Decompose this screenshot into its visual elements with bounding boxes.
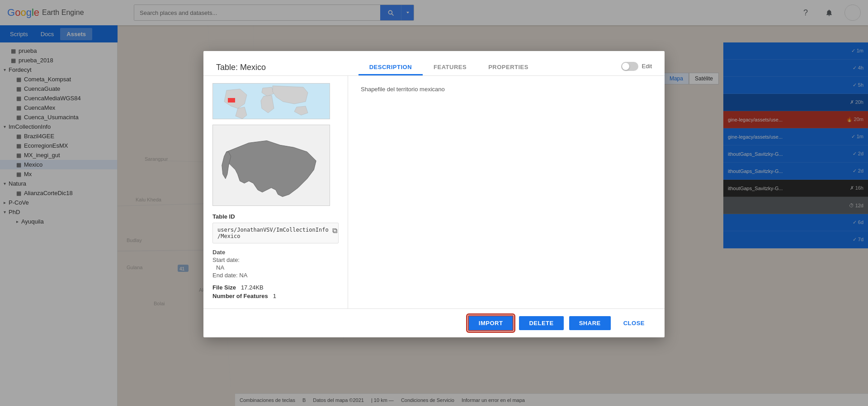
delete-button[interactable]: DELETE — [519, 316, 563, 330]
mexico-shape-svg — [213, 125, 330, 206]
start-date-label: Start date: — [212, 257, 240, 263]
modal-edit-area: Edit — [621, 60, 652, 71]
file-size-value: 17.24KB — [241, 284, 264, 291]
import-button[interactable]: IMPORT — [468, 315, 514, 331]
edit-label: Edit — [642, 63, 652, 70]
start-date-row: Start date: — [212, 257, 339, 263]
num-features-label: Number of Features — [212, 293, 268, 299]
end-date-value: NA — [239, 272, 247, 279]
modal-tabs: DESCRIPTION FEATURES PROPERTIES — [277, 60, 621, 75]
world-map-svg — [213, 84, 330, 119]
modal-title: Table: Mexico — [216, 60, 266, 72]
table-id-label: Table ID — [212, 213, 339, 220]
modal-right-panel: Shapefile del territorio mexicano — [348, 76, 665, 308]
modal-overlay: Table: Mexico DESCRIPTION FEATURES PROPE… — [0, 0, 868, 406]
tab-properties[interactable]: PROPERTIES — [477, 60, 539, 75]
start-date-value: NA — [212, 264, 339, 271]
copy-table-id-button[interactable]: ⧉ — [332, 227, 337, 235]
share-button[interactable]: SHARE — [569, 316, 611, 330]
modal-footer: IMPORT DELETE SHARE CLOSE — [203, 308, 665, 337]
modal-body: Table ID users/JonathanVSV/ImCollectionI… — [203, 76, 665, 308]
modal-dialog: Table: Mexico DESCRIPTION FEATURES PROPE… — [203, 51, 665, 337]
date-label: Date — [212, 249, 339, 256]
modal-left-panel: Table ID users/JonathanVSV/ImCollectionI… — [203, 76, 348, 308]
table-id-value: users/JonathanVSV/ImCollectionInfo/Mexic… — [217, 227, 329, 239]
table-id-box: users/JonathanVSV/ImCollectionInfo/Mexic… — [212, 223, 339, 243]
date-section: Date Start date: NA End date: NA — [212, 249, 339, 279]
file-size-label: File Size — [212, 284, 236, 291]
world-map-thumbnail — [212, 83, 330, 119]
num-features-value: 1 — [273, 293, 276, 299]
mexico-detail-map — [212, 125, 330, 206]
num-features-row: Number of Features 1 — [212, 293, 339, 299]
edit-toggle[interactable] — [621, 62, 638, 71]
tab-features[interactable]: FEATURES — [423, 60, 477, 75]
svg-rect-27 — [228, 98, 235, 103]
end-date-label: End date: — [212, 272, 238, 279]
modal-header: Table: Mexico DESCRIPTION FEATURES PROPE… — [203, 51, 665, 75]
description-text: Shapefile del territorio mexicano — [361, 85, 652, 94]
file-size-row: File Size 17.24KB — [212, 284, 339, 291]
tab-description[interactable]: DESCRIPTION — [359, 60, 423, 75]
close-button[interactable]: CLOSE — [616, 316, 652, 330]
end-date-row: End date: NA — [212, 272, 339, 279]
